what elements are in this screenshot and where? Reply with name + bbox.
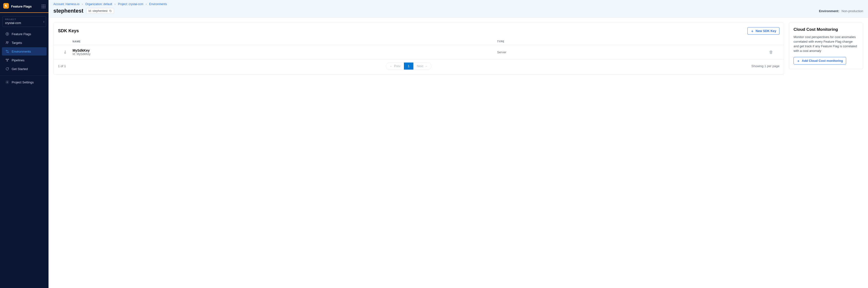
- sidebar-header: Feature Flags: [0, 0, 49, 13]
- title-row: stephentest Id: stephentest Environment:…: [49, 6, 868, 18]
- table-header: NAME TYPE: [54, 38, 784, 45]
- nav: Feature Flags Targets Environments Pipel…: [0, 30, 49, 87]
- nav-divider: [0, 75, 49, 76]
- id-chip[interactable]: Id: stephentest: [86, 8, 114, 14]
- project-name: crystal-ccm: [5, 21, 44, 25]
- nav-item-label: Targets: [12, 41, 22, 44]
- key-icon: [58, 48, 72, 56]
- row-key-type: Server: [497, 49, 763, 56]
- gear-icon: [5, 80, 9, 84]
- svg-point-1: [6, 41, 7, 42]
- breadcrumb-account[interactable]: Account: Harness.io: [53, 2, 79, 6]
- plus-icon: ＋: [751, 29, 754, 33]
- main: Account: Harness.io › Organization: defa…: [49, 0, 868, 288]
- nav-get-started[interactable]: Get Started: [2, 65, 46, 73]
- button-label: Next: [417, 64, 423, 68]
- refresh-icon: [5, 67, 9, 71]
- page-number-button[interactable]: 1: [404, 63, 413, 70]
- nav-pipelines[interactable]: Pipelines: [2, 56, 46, 64]
- chevron-right-icon: ›: [82, 2, 83, 6]
- breadcrumb-organization[interactable]: Organization: default: [85, 2, 112, 6]
- row-key-name: MySdkKey: [72, 49, 497, 52]
- nav-item-label: Pipelines: [12, 58, 25, 62]
- plus-icon: ＋: [797, 59, 800, 63]
- svg-point-10: [64, 52, 66, 54]
- button-label: New SDK Key: [756, 29, 776, 33]
- nav-item-label: Environments: [12, 50, 31, 53]
- id-chip-text: Id: stephentest: [88, 9, 107, 12]
- row-key-id: Id: MySdkKey: [72, 52, 497, 56]
- nav-item-label: Get Started: [12, 67, 28, 71]
- svg-point-2: [7, 41, 8, 42]
- copy-icon: [109, 9, 112, 12]
- button-label: Add Cloud Cost monitoring: [802, 59, 843, 63]
- pager: ← Prev 1 Next →: [386, 62, 431, 70]
- page-summary: 1 of 1: [58, 64, 66, 68]
- col-type-header: TYPE: [497, 38, 763, 45]
- svg-point-3: [6, 50, 7, 51]
- harness-logo-icon: [3, 3, 9, 10]
- table-row[interactable]: MySdkKey Id: MySdkKey Server: [54, 45, 784, 59]
- sdk-keys-card: SDK Keys ＋ New SDK Key NAME TYPE: [53, 23, 784, 74]
- pagination-row: 1 of 1 ← Prev 1 Next → Showing 1 per pag…: [54, 59, 784, 74]
- arrow-right-icon: →: [425, 64, 428, 68]
- sdk-keys-title: SDK Keys: [58, 28, 79, 33]
- page-header: Account: Harness.io › Organization: defa…: [49, 0, 868, 18]
- pipelines-icon: [5, 58, 9, 62]
- brand-label: Feature Flags: [11, 5, 32, 8]
- svg-rect-6: [8, 59, 9, 60]
- sidebar: Feature Flags PROJECT crystal-ccm › Feat…: [0, 0, 49, 288]
- chevron-right-icon: ›: [115, 2, 116, 6]
- page-title: stephentest: [53, 8, 83, 14]
- showing-text: Showing 1 per page: [751, 64, 779, 68]
- sdk-keys-table: NAME TYPE MySdkKey Id: MySdkKey Server: [54, 38, 784, 59]
- svg-rect-9: [110, 11, 112, 12]
- svg-rect-5: [6, 59, 7, 60]
- nav-project-settings[interactable]: Project Settings: [2, 78, 46, 86]
- nav-feature-flags[interactable]: Feature Flags: [2, 30, 46, 38]
- flag-icon: [5, 32, 9, 36]
- environment-info: Environment: Non-production: [819, 9, 863, 13]
- nav-item-label: Project Settings: [12, 81, 34, 84]
- cloud-cost-description: Monitor cost perspectives for cost anoma…: [794, 35, 859, 53]
- arrow-left-icon: ←: [390, 64, 393, 68]
- apps-launcher-icon[interactable]: [41, 4, 45, 8]
- svg-rect-7: [7, 61, 8, 61]
- svg-point-4: [7, 52, 8, 53]
- environment-value: Non-production: [842, 9, 863, 13]
- breadcrumb: Account: Harness.io › Organization: defa…: [49, 0, 868, 6]
- environment-label: Environment:: [819, 9, 839, 13]
- nav-targets[interactable]: Targets: [2, 38, 46, 47]
- delete-key-button[interactable]: [763, 48, 779, 56]
- nav-item-label: Feature Flags: [12, 32, 31, 36]
- new-sdk-key-button[interactable]: ＋ New SDK Key: [747, 27, 779, 35]
- project-selector[interactable]: PROJECT crystal-ccm ›: [2, 16, 46, 27]
- breadcrumb-environments[interactable]: Environments: [149, 2, 167, 6]
- brand[interactable]: Feature Flags: [3, 3, 32, 10]
- svg-point-8: [7, 82, 8, 83]
- button-label: Prev: [394, 64, 401, 68]
- add-cloud-cost-button[interactable]: ＋ Add Cloud Cost monitoring: [794, 57, 846, 64]
- chevron-right-icon: ›: [43, 20, 44, 24]
- cloud-cost-title: Cloud Cost Monitoring: [794, 27, 859, 32]
- project-label: PROJECT: [5, 18, 44, 21]
- nav-environments[interactable]: Environments: [2, 47, 46, 56]
- breadcrumb-project[interactable]: Project: crystal-ccm: [118, 2, 143, 6]
- environments-icon: [5, 50, 9, 53]
- content: SDK Keys ＋ New SDK Key NAME TYPE: [49, 18, 868, 79]
- col-name-header: NAME: [72, 38, 497, 45]
- people-icon: [5, 41, 9, 44]
- next-button[interactable]: Next →: [413, 63, 431, 70]
- cloud-cost-card: Cloud Cost Monitoring Monitor cost persp…: [789, 23, 863, 69]
- chevron-right-icon: ›: [146, 2, 147, 6]
- prev-button[interactable]: ← Prev: [386, 63, 404, 70]
